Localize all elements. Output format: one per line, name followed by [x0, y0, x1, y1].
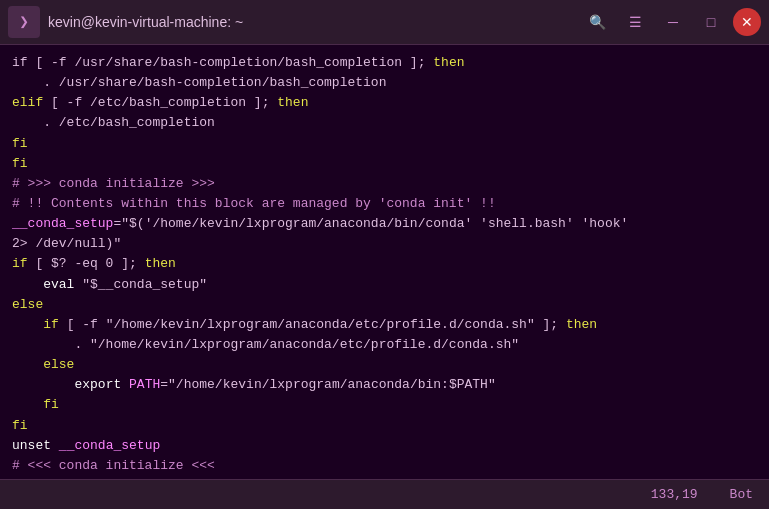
terminal-line: fi [12, 395, 757, 415]
titlebar-left: ❯ kevin@kevin-virtual-machine: ~ [8, 6, 243, 38]
terminal-line: fi [12, 154, 757, 174]
maximize-button[interactable]: □ [695, 8, 727, 36]
terminal-line: 2> /dev/null)" [12, 234, 757, 254]
terminal-line: elif [ -f /etc/bash_completion ]; then [12, 93, 757, 113]
minimize-button[interactable]: ─ [657, 8, 689, 36]
terminal-line: # !! Contents within this block are mana… [12, 194, 757, 214]
window-title: kevin@kevin-virtual-machine: ~ [48, 14, 243, 30]
terminal-line: else [12, 295, 757, 315]
terminal-line: . /usr/share/bash-completion/bash_comple… [12, 73, 757, 93]
terminal-line: __conda_setup="$('/home/kevin/lxprogram/… [12, 214, 757, 234]
terminal-line: else [12, 355, 757, 375]
search-button[interactable]: 🔍 [581, 8, 613, 36]
titlebar: ❯ kevin@kevin-virtual-machine: ~ 🔍 ☰ ─ □… [0, 0, 769, 45]
terminal-line: if [ -f "/home/kevin/lxprogram/anaconda/… [12, 315, 757, 335]
app-window: ❯ kevin@kevin-virtual-machine: ~ 🔍 ☰ ─ □… [0, 0, 769, 509]
terminal-line: fi [12, 134, 757, 154]
terminal-line: . /etc/bash_completion [12, 113, 757, 133]
terminal-line: if [ $? -eq 0 ]; then [12, 254, 757, 274]
terminal-line: export PATH="/home/kevin/lxprogram/anaco… [12, 375, 757, 395]
terminal-line: if [ -f /usr/share/bash-completion/bash_… [12, 53, 757, 73]
scroll-position: Bot [730, 487, 753, 502]
terminal-line: # <<< conda initialize <<< [12, 456, 757, 476]
terminal-line: eval "$__conda_setup" [12, 275, 757, 295]
close-button[interactable]: ✕ [733, 8, 761, 36]
terminal-line: . "/home/kevin/lxprogram/anaconda/etc/pr… [12, 335, 757, 355]
terminal-line: unset __conda_setup [12, 436, 757, 456]
cursor-position: 133,19 [651, 487, 698, 502]
terminal-line: fi [12, 416, 757, 436]
menu-button[interactable]: ☰ [619, 8, 651, 36]
terminal-body[interactable]: if [ -f /usr/share/bash-completion/bash_… [0, 45, 769, 479]
window-controls: 🔍 ☰ ─ □ ✕ [581, 8, 761, 36]
terminal-line: # >>> conda initialize >>> [12, 174, 757, 194]
app-icon: ❯ [8, 6, 40, 38]
statusbar: 133,19 Bot [0, 479, 769, 509]
